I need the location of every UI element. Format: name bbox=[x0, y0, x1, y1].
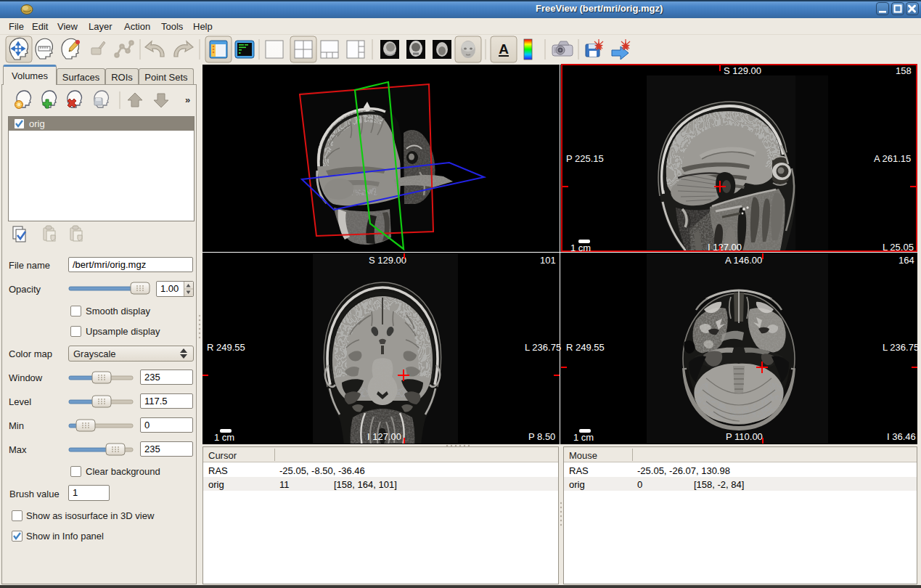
svg-text:»: » bbox=[185, 94, 190, 105]
svg-text:A: A bbox=[499, 41, 509, 57]
